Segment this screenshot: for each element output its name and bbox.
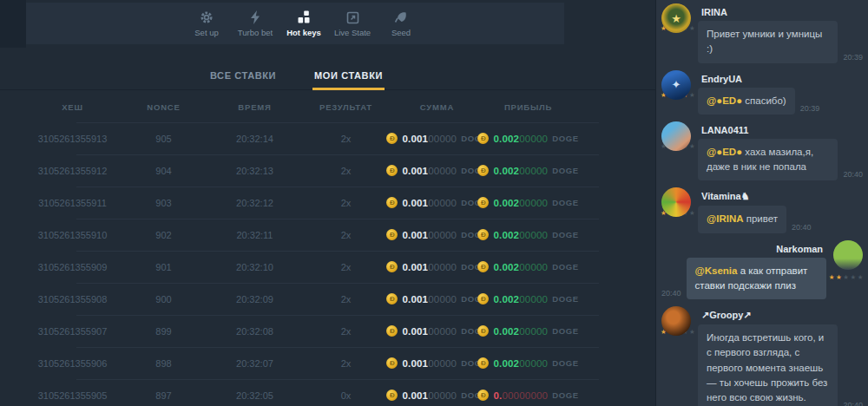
- table-row[interactable]: 310526135591190320:32:122xÐ0.00100000DOG…: [0, 187, 655, 219]
- col-time: ВРЕМЯ: [209, 102, 300, 112]
- cell-amount: Ð0.00100000DOGE: [391, 229, 483, 240]
- chat-bubble: @●ED● спасибо): [698, 88, 795, 115]
- table-row[interactable]: 310526135591390520:32:142xÐ0.00100000DOG…: [0, 122, 655, 154]
- chat-message-body: ★★★★★@IRINA привет20:40: [660, 206, 865, 232]
- profit-value: 0.00200000: [493, 134, 548, 144]
- doge-coin-icon: Ð: [386, 325, 398, 337]
- chat-message[interactable]: Vitamina♞★★★★★@IRINA привет20:40: [660, 187, 865, 232]
- chat-message[interactable]: LANA0411★★★★★@●ED● хаха мазила,я, даже в…: [660, 121, 865, 181]
- bets-table-body: 310526135591390520:32:142xÐ0.00100000DOG…: [0, 122, 655, 406]
- doge-coin-icon: Ð: [386, 293, 398, 304]
- cell-result: 2x: [300, 262, 391, 272]
- table-row[interactable]: 310526135590789920:32:082xÐ0.00100000DOG…: [0, 315, 655, 347]
- cell-nonce: 904: [118, 166, 209, 176]
- cell-profit: Ð0.00200000DOGE: [483, 165, 574, 176]
- cell-nonce: 899: [118, 326, 209, 337]
- cell-nonce: 901: [118, 262, 209, 272]
- cell-amount: Ð0.00100000DOGE: [391, 390, 483, 401]
- chat-message-body: ★★★★★@●ED● хаха мазила,я, даже в ник не …: [660, 139, 865, 181]
- chat-message-body: ★★★★★Иногда встретишь кого, и с первого …: [660, 324, 865, 406]
- turbo-bet-button[interactable]: Turbo bet: [231, 10, 279, 37]
- cell-time: 20:32:09: [209, 294, 300, 304]
- star-icon: ★: [689, 91, 696, 99]
- cell-profit: Ð0.00200000DOGE: [483, 261, 574, 272]
- amount-value: 0.00100000: [402, 358, 457, 369]
- cell-amount: Ð0.00100000DOGE: [391, 261, 483, 272]
- setup-label: Set up: [194, 28, 218, 37]
- chat-message[interactable]: ★IRINA★★★★★Привет умники и умницы :)20:3…: [660, 3, 865, 63]
- left-margin: [0, 0, 26, 48]
- user-mention[interactable]: @Ksenia: [695, 265, 738, 276]
- currency-label: DOGE: [552, 262, 578, 272]
- table-row[interactable]: 310526135590689820:32:072xÐ0.00100000DOG…: [0, 347, 655, 379]
- cell-amount: Ð0.00100000DOGE: [391, 325, 483, 337]
- profit-value: 0.00000000: [493, 390, 548, 401]
- user-rating-stars: ★★★★★: [829, 273, 865, 281]
- cell-profit: Ð0.00200000DOGE: [483, 197, 574, 208]
- star-icon: ★: [851, 273, 858, 281]
- cell-result: 2x: [300, 230, 391, 240]
- tab-my-bets[interactable]: МОИ СТАВКИ: [312, 65, 385, 89]
- amount-value: 0.00100000: [402, 390, 457, 401]
- cell-nonce: 897: [118, 390, 209, 401]
- cell-hash: 3105261355911: [27, 198, 118, 208]
- toolbar-items: Set up Turbo bet Hot keys Live State: [182, 10, 425, 37]
- tab-all-bets[interactable]: ВСЕ СТАВКИ: [208, 65, 278, 89]
- cell-nonce: 902: [118, 230, 209, 240]
- chat-bubble: Иногда встретишь кого, и с первого взгля…: [698, 324, 838, 406]
- bets-table-header: ХЕШ NONCE ВРЕМЯ РЕЗУЛЬТАТ СУММА ПРИБЫЛЬ: [0, 91, 655, 122]
- cell-hash: 3105261355906: [27, 358, 118, 369]
- message-text: Иногда встретишь кого, и с первого взгля…: [707, 332, 827, 403]
- message-timestamp: 20:39: [843, 53, 863, 62]
- seed-label: Seed: [391, 28, 411, 37]
- star-icon: ★: [829, 273, 836, 281]
- table-row[interactable]: 310526135590589720:32:050xÐ0.00100000DOG…: [0, 379, 655, 406]
- table-row[interactable]: 310526135590890020:32:092xÐ0.00100000DOG…: [0, 283, 655, 315]
- cell-nonce: 900: [118, 294, 209, 304]
- doge-coin-icon: Ð: [477, 357, 489, 369]
- user-mention[interactable]: @●ED●: [707, 95, 742, 106]
- amount-value: 0.00100000: [402, 198, 457, 208]
- doge-coin-icon: Ð: [386, 390, 398, 401]
- col-amount: СУММА: [391, 102, 483, 112]
- cell-profit: Ð0.00200000DOGE: [483, 293, 574, 304]
- seed-button[interactable]: Seed: [377, 10, 425, 37]
- currency-label: DOGE: [552, 358, 578, 368]
- currency-label: DOGE: [552, 230, 578, 239]
- user-avatar: ✦: [661, 70, 691, 100]
- cell-profit: Ð0.00000000DOGE: [483, 390, 574, 401]
- cell-result: 2x: [300, 166, 391, 176]
- chat-message-body: ★★★★★Привет умники и умницы :)20:39: [660, 21, 865, 63]
- currency-label: DOGE: [552, 390, 578, 400]
- table-row[interactable]: 310526135591090220:32:112xÐ0.00100000DOG…: [0, 219, 655, 251]
- user-avatar: [833, 240, 863, 270]
- chat-message[interactable]: ↗Groopy↗★★★★★Иногда встретишь кого, и с …: [660, 306, 865, 406]
- cell-hash: 3105261355912: [27, 166, 118, 176]
- hot-keys-button[interactable]: Hot keys: [279, 10, 328, 37]
- doge-coin-icon: Ð: [386, 197, 398, 208]
- doge-coin-icon: Ð: [386, 229, 398, 240]
- cell-amount: Ð0.00100000DOGE: [391, 293, 483, 304]
- star-icon: ★: [689, 142, 696, 150]
- user-mention[interactable]: @●ED●: [707, 147, 742, 157]
- chat-message[interactable]: ✦EndryUA★★★★★@●ED● спасибо)20:39: [660, 70, 865, 115]
- setup-button[interactable]: Set up: [182, 10, 231, 37]
- doge-coin-icon: Ð: [477, 293, 489, 304]
- table-row[interactable]: 310526135591290420:32:132xÐ0.00100000DOG…: [0, 154, 655, 187]
- hot-keys-label: Hot keys: [286, 28, 321, 37]
- user-mention[interactable]: @IRINA: [707, 213, 744, 224]
- cell-amount: Ð0.00100000DOGE: [391, 357, 483, 369]
- table-row[interactable]: 310526135590990120:32:102xÐ0.00100000DOG…: [0, 251, 655, 283]
- cell-profit: Ð0.00200000DOGE: [483, 325, 574, 337]
- amount-value: 0.00100000: [402, 166, 457, 176]
- live-state-button[interactable]: Live State: [328, 10, 377, 37]
- chat-message[interactable]: Narkoman★★★★★20:40@Ksenia а как отправит…: [660, 240, 865, 300]
- hotkeys-icon: [297, 10, 311, 25]
- profit-value: 0.00200000: [493, 230, 548, 240]
- cell-amount: Ð0.00100000DOGE: [391, 133, 483, 144]
- cell-hash: 3105261355913: [27, 134, 118, 144]
- seed-icon: [394, 10, 408, 25]
- doge-coin-icon: Ð: [477, 197, 489, 208]
- chat-message-body: ★★★★★@●ED● спасибо)20:39: [660, 88, 865, 115]
- profit-value: 0.00200000: [493, 166, 548, 176]
